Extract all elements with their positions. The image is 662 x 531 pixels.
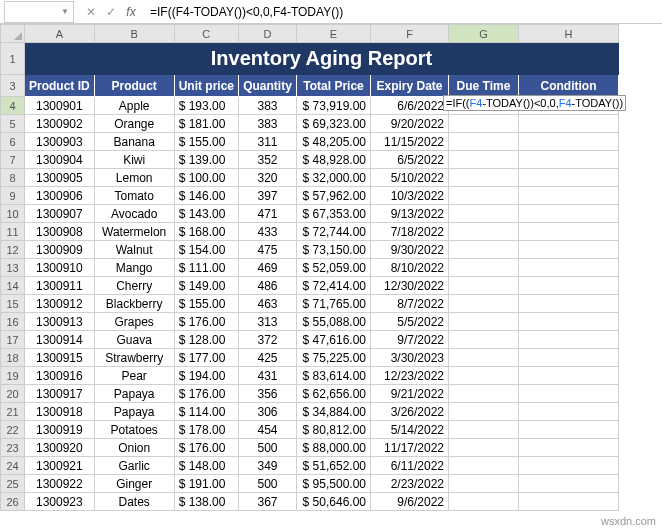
cell-due-time[interactable] — [449, 385, 519, 403]
cell-expiry-date[interactable]: 11/17/2022 — [371, 439, 449, 457]
cell-total-price[interactable]: $ 88,000.00 — [297, 439, 371, 457]
cell-total-price[interactable]: $ 72,414.00 — [297, 277, 371, 295]
row-header[interactable]: 22 — [1, 421, 25, 439]
cell-quantity[interactable]: 433 — [239, 223, 297, 241]
hdr-total-price[interactable]: Total Price — [297, 75, 371, 97]
col-header-E[interactable]: E — [297, 25, 371, 43]
cell-expiry-date[interactable]: 3/26/2022 — [371, 403, 449, 421]
row-header[interactable]: 24 — [1, 457, 25, 475]
name-box[interactable]: ▼ — [4, 1, 74, 23]
cell-product[interactable]: Cherry — [94, 277, 174, 295]
cell-expiry-date[interactable]: 5/5/2022 — [371, 313, 449, 331]
hdr-expiry-date[interactable]: Expiry Date — [371, 75, 449, 97]
row-header[interactable]: 6 — [1, 133, 25, 151]
cell-product[interactable]: Blackberry — [94, 295, 174, 313]
cell-product-id[interactable]: 1300920 — [25, 439, 95, 457]
cell-quantity[interactable]: 454 — [239, 421, 297, 439]
cell-due-time[interactable] — [449, 313, 519, 331]
cell-product[interactable]: Ginger — [94, 475, 174, 493]
cell-unit-price[interactable]: $ 168.00 — [174, 223, 238, 241]
cell-unit-price[interactable]: $ 176.00 — [174, 385, 238, 403]
cell-product[interactable]: Papaya — [94, 385, 174, 403]
cell-product-id[interactable]: 1300912 — [25, 295, 95, 313]
row-header[interactable]: 16 — [1, 313, 25, 331]
cell-condition[interactable] — [519, 277, 619, 295]
cell-condition[interactable] — [519, 187, 619, 205]
cell-expiry-date[interactable]: 5/14/2022 — [371, 421, 449, 439]
row-header[interactable]: 26 — [1, 493, 25, 511]
cell-product-id[interactable]: 1300917 — [25, 385, 95, 403]
cell-product[interactable]: Papaya — [94, 403, 174, 421]
hdr-product-id[interactable]: Product ID — [25, 75, 95, 97]
cell-quantity[interactable]: 500 — [239, 475, 297, 493]
cell-quantity[interactable]: 352 — [239, 151, 297, 169]
cell-total-price[interactable]: $ 32,000.00 — [297, 169, 371, 187]
row-header[interactable]: 11 — [1, 223, 25, 241]
cell-unit-price[interactable]: $ 114.00 — [174, 403, 238, 421]
insert-function-icon[interactable]: fx — [124, 5, 138, 19]
cell-product[interactable]: Garlic — [94, 457, 174, 475]
cell-product[interactable]: Banana — [94, 133, 174, 151]
cell-due-time[interactable] — [449, 241, 519, 259]
cell-quantity[interactable]: 383 — [239, 97, 297, 115]
row-header[interactable]: 19 — [1, 367, 25, 385]
row-header[interactable]: 4 — [1, 97, 25, 115]
cell-product-id[interactable]: 1300913 — [25, 313, 95, 331]
cell-quantity[interactable]: 475 — [239, 241, 297, 259]
cell-product-id[interactable]: 1300921 — [25, 457, 95, 475]
cell-due-time[interactable] — [449, 367, 519, 385]
cell-due-time[interactable] — [449, 403, 519, 421]
cell-total-price[interactable]: $ 73,919.00 — [297, 97, 371, 115]
cell-unit-price[interactable]: $ 139.00 — [174, 151, 238, 169]
cell-product-id[interactable]: 1300923 — [25, 493, 95, 511]
cell-editing-overlay[interactable]: =IF((F4-TODAY())<0,0,F4-TODAY()) — [443, 95, 626, 111]
cell-due-time[interactable] — [449, 115, 519, 133]
cell-total-price[interactable]: $ 50,646.00 — [297, 493, 371, 511]
col-header-H[interactable]: H — [519, 25, 619, 43]
cell-quantity[interactable]: 367 — [239, 493, 297, 511]
cell-quantity[interactable]: 313 — [239, 313, 297, 331]
cell-unit-price[interactable]: $ 100.00 — [174, 169, 238, 187]
cell-due-time[interactable] — [449, 349, 519, 367]
cell-condition[interactable] — [519, 223, 619, 241]
col-header-A[interactable]: A — [25, 25, 95, 43]
cell-unit-price[interactable]: $ 143.00 — [174, 205, 238, 223]
cell-product[interactable]: Walnut — [94, 241, 174, 259]
cell-product-id[interactable]: 1300904 — [25, 151, 95, 169]
cell-product-id[interactable]: 1300903 — [25, 133, 95, 151]
cell-due-time[interactable] — [449, 187, 519, 205]
cell-product[interactable]: Grapes — [94, 313, 174, 331]
col-header-G[interactable]: G — [449, 25, 519, 43]
cell-total-price[interactable]: $ 62,656.00 — [297, 385, 371, 403]
cell-product-id[interactable]: 1300915 — [25, 349, 95, 367]
cell-unit-price[interactable]: $ 111.00 — [174, 259, 238, 277]
cell-condition[interactable] — [519, 205, 619, 223]
cell-product[interactable]: Potatoes — [94, 421, 174, 439]
cell-product-id[interactable]: 1300911 — [25, 277, 95, 295]
select-all-cell[interactable] — [1, 25, 25, 43]
cell-due-time[interactable] — [449, 439, 519, 457]
enter-icon[interactable]: ✓ — [104, 5, 118, 19]
row-header[interactable]: 8 — [1, 169, 25, 187]
cell-total-price[interactable]: $ 47,616.00 — [297, 331, 371, 349]
cell-total-price[interactable]: $ 83,614.00 — [297, 367, 371, 385]
cell-total-price[interactable]: $ 57,962.00 — [297, 187, 371, 205]
cell-total-price[interactable]: $ 95,500.00 — [297, 475, 371, 493]
cell-unit-price[interactable]: $ 138.00 — [174, 493, 238, 511]
cell-condition[interactable] — [519, 475, 619, 493]
cell-condition[interactable] — [519, 457, 619, 475]
cell-condition[interactable] — [519, 313, 619, 331]
cell-unit-price[interactable]: $ 128.00 — [174, 331, 238, 349]
cell-product[interactable]: Tomato — [94, 187, 174, 205]
cell-unit-price[interactable]: $ 191.00 — [174, 475, 238, 493]
row-header[interactable]: 7 — [1, 151, 25, 169]
cell-unit-price[interactable]: $ 176.00 — [174, 439, 238, 457]
cell-unit-price[interactable]: $ 154.00 — [174, 241, 238, 259]
cell-product[interactable]: Lemon — [94, 169, 174, 187]
cell-total-price[interactable]: $ 75,225.00 — [297, 349, 371, 367]
row-header[interactable]: 20 — [1, 385, 25, 403]
cell-product[interactable]: Orange — [94, 115, 174, 133]
cell-unit-price[interactable]: $ 178.00 — [174, 421, 238, 439]
cell-expiry-date[interactable]: 10/3/2022 — [371, 187, 449, 205]
row-header[interactable]: 25 — [1, 475, 25, 493]
